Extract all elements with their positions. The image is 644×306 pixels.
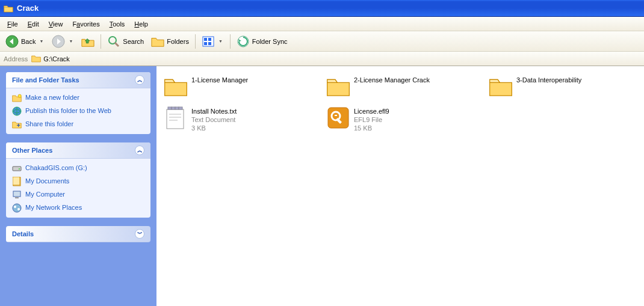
file-type-label: EFL9 File <box>354 115 389 124</box>
svg-rect-17 <box>15 197 19 198</box>
svg-point-10 <box>18 94 21 97</box>
panel-header[interactable]: Other Places︽ <box>6 142 150 159</box>
documents-icon <box>12 177 22 186</box>
panel-title: Details <box>12 230 34 237</box>
file-size-label: 3 KB <box>191 124 237 132</box>
content-pane: 1-License Manager2-License Manager Crack… <box>156 66 644 306</box>
file-name: 3-Data Interoperability <box>516 76 581 84</box>
address-folder-icon <box>31 54 41 64</box>
file-item[interactable]: License.efl9EFL9 File15 KB <box>325 105 475 133</box>
svg-rect-21 <box>167 109 184 129</box>
file-labels: 2-License Manager Crack <box>354 75 430 84</box>
search-button[interactable]: Search <box>104 33 147 50</box>
svg-rect-12 <box>13 167 21 171</box>
menu-help[interactable]: Help <box>129 19 153 29</box>
folders-icon <box>151 35 164 48</box>
forward-dropdown-icon[interactable]: ▼ <box>67 39 74 43</box>
drive-icon <box>12 164 22 173</box>
file-labels: License.efl9EFL9 File15 KB <box>354 106 389 132</box>
foldersync-button[interactable]: Folder Sync <box>234 33 291 50</box>
folder-item[interactable]: 1-License Manager <box>163 73 313 100</box>
menu-edit[interactable]: Edit <box>23 19 44 29</box>
svg-rect-23 <box>172 107 175 109</box>
folder-icon <box>326 75 350 99</box>
panel-title: File and Folder Tasks <box>12 76 79 84</box>
forward-button[interactable]: ▼ <box>49 33 77 50</box>
window-title: Crack <box>17 4 39 13</box>
svg-rect-25 <box>179 107 182 109</box>
folders-label: Folders <box>167 38 189 45</box>
chevron-up-icon[interactable]: ︽ <box>135 75 144 85</box>
panel-title: Other Places <box>12 147 52 154</box>
sidebar-panel: File and Folder Tasks︽Make a new folderP… <box>6 72 150 134</box>
task-link-label: My Network Places <box>25 203 82 212</box>
address-field[interactable]: G:\Crack <box>31 54 640 64</box>
folder-item[interactable]: 2-License Manager Crack <box>325 73 475 100</box>
items-grid: 1-License Manager2-License Manager Crack… <box>163 73 638 133</box>
svg-rect-15 <box>13 177 20 185</box>
sidebar-panel: Details︾ <box>6 226 150 242</box>
task-link[interactable]: Publish this folder to the Web <box>12 106 144 116</box>
task-link[interactable]: Share this folder <box>12 120 144 129</box>
file-name: License.efl9 <box>354 107 389 115</box>
task-link[interactable]: My Documents <box>12 177 144 186</box>
file-labels: 3-Data Interoperability <box>516 75 581 84</box>
svg-rect-22 <box>168 107 172 109</box>
back-button[interactable]: Back ▼ <box>2 33 48 50</box>
task-link[interactable]: My Network Places <box>12 203 144 213</box>
task-link-label: Publish this folder to the Web <box>25 106 111 115</box>
computer-icon <box>12 190 22 200</box>
task-link-label: Make a new folder <box>25 93 79 102</box>
folder-icon <box>164 75 188 99</box>
back-label: Back <box>21 38 36 45</box>
menu-file[interactable]: File <box>2 19 23 29</box>
globe-publish-icon <box>12 106 22 116</box>
svg-point-18 <box>13 204 21 212</box>
panel-header[interactable]: File and Folder Tasks︽ <box>6 72 150 88</box>
menu-tools[interactable]: Tools <box>105 19 130 29</box>
svg-rect-8 <box>208 42 211 45</box>
network-places-icon <box>12 203 22 213</box>
file-labels: 1-License Manager <box>191 75 248 84</box>
up-button[interactable] <box>78 33 98 50</box>
views-dropdown-icon[interactable]: ▼ <box>217 39 224 43</box>
views-icon <box>202 35 215 48</box>
back-dropdown-icon[interactable]: ▼ <box>38 39 45 43</box>
svg-rect-16 <box>13 191 20 197</box>
sidebar-panel: Other Places︽ChakadGIS.com (G:)My Docume… <box>6 142 150 218</box>
toolbar-separator <box>101 34 101 49</box>
task-link-label: ChakadGIS.com (G:) <box>25 164 87 172</box>
menu-view[interactable]: View <box>44 19 68 29</box>
folders-button[interactable]: Folders <box>148 33 192 50</box>
toolbar: Back ▼ ▼ Search Folders ▼ <box>0 31 644 52</box>
address-bar: Address G:\Crack <box>0 52 644 66</box>
svg-point-13 <box>19 168 20 170</box>
file-size-label: 15 KB <box>354 124 389 132</box>
folder-share-icon <box>12 120 22 129</box>
address-label: Address <box>4 55 28 63</box>
file-name: 2-License Manager Crack <box>354 76 430 84</box>
file-item[interactable]: Install Notes.txtText Document3 KB <box>163 105 313 133</box>
foldersync-label: Folder Sync <box>252 38 288 45</box>
panel-body: Make a new folderPublish this folder to … <box>6 88 150 134</box>
search-label: Search <box>123 38 144 45</box>
folder-new-icon <box>12 93 22 103</box>
forward-icon <box>52 35 65 48</box>
task-link[interactable]: ChakadGIS.com (G:) <box>12 164 144 173</box>
task-link[interactable]: My Computer <box>12 190 144 200</box>
menu-favorites[interactable]: Favorites <box>67 19 104 29</box>
app-folder-icon <box>4 4 13 13</box>
task-link-label: My Computer <box>25 190 65 198</box>
task-link[interactable]: Make a new folder <box>12 93 144 103</box>
up-icon <box>81 35 94 48</box>
panel-header[interactable]: Details︾ <box>6 226 150 242</box>
svg-rect-24 <box>175 107 179 109</box>
chevron-down-icon[interactable]: ︾ <box>135 229 144 239</box>
main-area: File and Folder Tasks︽Make a new folderP… <box>0 66 644 306</box>
chevron-up-icon[interactable]: ︽ <box>135 145 144 155</box>
folder-item[interactable]: 3-Data Interoperability <box>488 73 638 100</box>
key-file-icon <box>326 106 350 130</box>
task-link-label: My Documents <box>25 177 69 185</box>
toolbar-separator <box>195 34 196 49</box>
views-button[interactable]: ▼ <box>199 33 227 50</box>
